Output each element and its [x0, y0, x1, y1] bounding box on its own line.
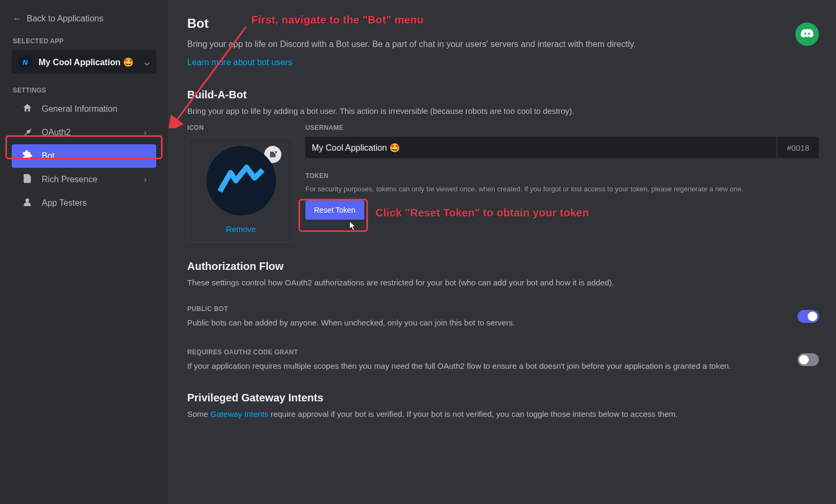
app-name: My Cool Application 🤩 — [39, 57, 134, 67]
chevron-right-icon: › — [144, 128, 147, 137]
back-label: Back to Applications — [27, 14, 103, 24]
icon-label: ICON — [187, 124, 295, 131]
privileged-intents-description: Some Gateway Intents require approval if… — [187, 408, 819, 420]
oauth2-code-grant-toggle[interactable] — [797, 353, 819, 366]
sidebar-item-oauth2[interactable]: OAuth2 › — [12, 121, 156, 144]
wrench-icon — [21, 126, 33, 139]
remove-icon-link[interactable]: Remove — [226, 224, 256, 234]
arrow-left-icon: ← — [13, 14, 21, 24]
bot-avatar — [206, 146, 276, 215]
back-to-applications[interactable]: ← Back to Applications — [4, 10, 164, 28]
public-bot-toggle[interactable] — [797, 310, 819, 323]
chevron-right-icon: › — [144, 175, 147, 184]
sidebar-item-label: Bot — [42, 151, 55, 161]
username-column: USERNAME #0018 TOKEN For security purpos… — [305, 124, 819, 242]
oauth2-code-grant-description: If your application requires multiple sc… — [187, 361, 781, 370]
discord-logo-icon — [800, 27, 814, 41]
selected-app-heading: SELECTED APP — [4, 28, 164, 48]
discord-logo-button[interactable] — [795, 22, 819, 46]
sidebar: ← Back to Applications SELECTED APP N My… — [0, 0, 168, 504]
home-icon — [21, 103, 33, 116]
sidebar-item-general-information[interactable]: General Information — [12, 97, 156, 121]
icon-column: ICON Remove — [187, 124, 295, 242]
page-title: Bot — [187, 16, 819, 31]
sidebar-item-rich-presence[interactable]: Rich Presence › — [12, 168, 156, 191]
app-selector[interactable]: N My Cool Application 🤩 ⌵ — [12, 50, 156, 74]
reset-token-button[interactable]: Reset Token — [305, 200, 364, 220]
app-mini-icon: N — [18, 55, 32, 69]
authorization-flow-description: These settings control how OAuth2 author… — [187, 277, 819, 288]
sidebar-item-app-testers[interactable]: App Testers — [12, 191, 156, 215]
chevron-down-icon: ⌵ — [144, 57, 150, 67]
public-bot-description: Public bots can be added by anyone. When… — [187, 318, 781, 327]
main-content: Bot Bring your app to life on Discord wi… — [168, 0, 836, 504]
gateway-intents-link[interactable]: Gateway Intents — [210, 409, 268, 418]
sidebar-item-label: General Information — [42, 104, 117, 114]
build-a-bot-description: Bring your app to life by adding a bot u… — [187, 105, 819, 117]
person-icon — [21, 197, 33, 210]
username-input[interactable] — [305, 137, 777, 158]
oauth2-code-grant-label: REQUIRES OAUTH2 CODE GRANT — [187, 348, 781, 356]
token-label: TOKEN — [305, 172, 819, 180]
document-icon — [21, 173, 33, 187]
public-bot-label: PUBLIC BOT — [187, 305, 781, 313]
sidebar-item-bot[interactable]: Bot — [12, 144, 156, 168]
puzzle-icon — [21, 150, 33, 163]
bot-icon-uploader[interactable]: Remove — [187, 137, 295, 242]
token-note: For security purposes, tokens can only b… — [305, 185, 819, 193]
discriminator: #0018 — [777, 137, 819, 158]
privileged-intents-title: Privileged Gateway Intents — [187, 392, 819, 404]
settings-heading: SETTINGS — [4, 77, 164, 97]
sidebar-item-label: Rich Presence — [42, 175, 97, 184]
username-label: USERNAME — [305, 124, 819, 131]
build-a-bot-title: Build-A-Bot — [187, 89, 819, 101]
page-subtitle: Bring your app to life on Discord with a… — [187, 38, 819, 50]
learn-more-link[interactable]: Learn more about bot users — [187, 58, 819, 67]
sidebar-item-label: App Testers — [42, 198, 87, 208]
sidebar-item-label: OAuth2 — [42, 128, 71, 137]
authorization-flow-title: Authorization Flow — [187, 260, 819, 273]
